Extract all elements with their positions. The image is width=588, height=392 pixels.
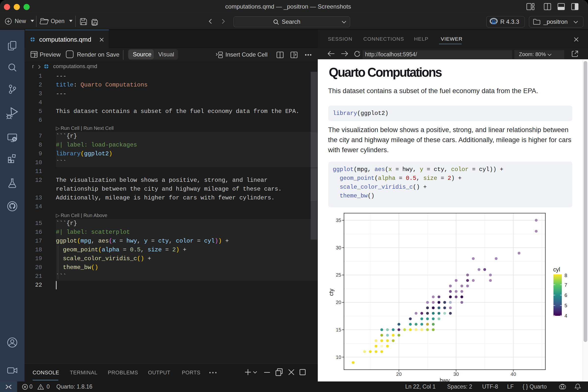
svg-text:6: 6	[564, 292, 567, 298]
svg-text:30: 30	[454, 372, 459, 377]
svg-text:15: 15	[336, 327, 341, 332]
svg-text:cty: cty	[328, 288, 334, 296]
svg-text:7: 7	[564, 282, 567, 288]
svg-text:4: 4	[564, 313, 567, 318]
svg-text:5: 5	[564, 303, 567, 308]
svg-text:cyl: cyl	[553, 266, 560, 273]
svg-text:20: 20	[336, 300, 341, 305]
svg-text:8: 8	[564, 273, 567, 278]
svg-text:hwy: hwy	[440, 377, 450, 382]
svg-text:40: 40	[510, 372, 516, 377]
svg-text:30: 30	[336, 245, 341, 250]
svg-text:20: 20	[396, 372, 402, 377]
svg-text:10: 10	[336, 354, 341, 360]
svg-text:25: 25	[336, 272, 341, 278]
svg-text:R: R	[492, 18, 496, 25]
svg-text:35: 35	[336, 218, 341, 223]
